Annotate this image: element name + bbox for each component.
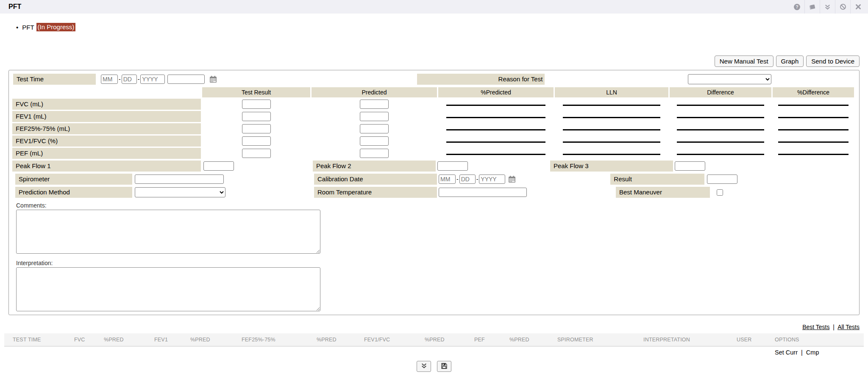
- th-fev1fvc-pct-pred: %PRED: [425, 337, 474, 343]
- calibration-month-input[interactable]: [439, 175, 456, 184]
- th-fvc: FVC: [74, 337, 104, 343]
- peak-flow-1-input[interactable]: [203, 161, 234, 171]
- fvc-predicted-input[interactable]: [360, 100, 389, 109]
- tests-table-header: TEST TIME FVC %PRED FEV1 %PRED FEF25%-75…: [4, 333, 864, 346]
- row-label-fev1-fvc: FEV1/FVC (%): [12, 136, 201, 147]
- pft-form-panel: Test Time - - Reason for Test Test Resul…: [8, 70, 860, 315]
- test-time-month-input[interactable]: [101, 75, 118, 84]
- fef-test-result-cell: [202, 123, 310, 134]
- fev1-predicted-input[interactable]: [360, 112, 389, 121]
- calibration-date-label: Calibration Date: [314, 174, 437, 185]
- prediction-method-label: Prediction Method: [15, 187, 132, 198]
- th-spirometer: SPIROMETER: [557, 337, 643, 343]
- col-predicted: Predicted: [312, 87, 437, 97]
- pef-predicted-cell: [312, 148, 437, 159]
- fef-test-result-input[interactable]: [242, 124, 271, 133]
- room-temperature-label: Room Temperature: [314, 187, 437, 198]
- measurements-table: Test Result Predicted %Predicted LLN Dif…: [12, 87, 856, 159]
- all-tests-link[interactable]: All Tests: [837, 324, 860, 330]
- best-maneuver-checkbox[interactable]: [717, 189, 723, 196]
- interpretation-textarea[interactable]: [16, 267, 320, 311]
- room-temperature-input[interactable]: [439, 188, 527, 197]
- fev1fvc-difference-value: [670, 136, 771, 147]
- best-tests-link[interactable]: Best Tests: [802, 324, 829, 330]
- help-icon[interactable]: ?: [789, 0, 804, 14]
- calendar-icon[interactable]: [209, 75, 217, 83]
- cmp-link[interactable]: Cmp: [806, 349, 819, 356]
- th-fev1-fvc: FEV1/FVC: [364, 337, 425, 343]
- fef-difference-value: [670, 123, 771, 134]
- tests-table-row: Set Curr | Cmp: [4, 346, 864, 358]
- best-maneuver-label: Best Maneuver: [616, 187, 710, 198]
- pef-pct-difference-value: [773, 148, 854, 159]
- pef-predicted-input[interactable]: [360, 149, 389, 158]
- double-chevron-down-icon: [421, 363, 427, 370]
- fev1fvc-pct-difference-value: [773, 136, 854, 147]
- measurements-corner-cell: [12, 87, 201, 97]
- fef-predicted-cell: [312, 123, 437, 134]
- result-input[interactable]: [707, 175, 737, 184]
- spirometer-row: Spirometer Calibration Date - - Result: [12, 174, 856, 185]
- test-time-row: Test Time - - Reason for Test: [12, 74, 856, 85]
- fev1-test-result-cell: [202, 111, 310, 122]
- th-user: USER: [737, 337, 775, 343]
- fev1-pct-difference-value: [773, 111, 854, 122]
- link-separator: |: [801, 349, 803, 356]
- col-lln: LLN: [555, 87, 668, 97]
- documentation-icon[interactable]: [804, 0, 820, 14]
- test-time-label: Test Time: [13, 74, 96, 85]
- pef-lln-value: [555, 148, 668, 159]
- peak-flow-2-input[interactable]: [437, 161, 468, 171]
- graph-button[interactable]: Graph: [776, 55, 804, 67]
- peak-flow-3-input[interactable]: [675, 161, 705, 171]
- date-separator: -: [119, 76, 121, 83]
- prediction-method-select[interactable]: [135, 187, 225, 197]
- encounter-list-item[interactable]: PFT (In Progress): [16, 23, 868, 31]
- th-interpretation: INTERPRETATION: [643, 337, 737, 343]
- th-options: OPTIONS: [775, 337, 864, 343]
- calendar-icon[interactable]: [508, 175, 516, 183]
- expand-button[interactable]: [417, 361, 431, 372]
- fev1fvc-test-result-input[interactable]: [242, 136, 271, 146]
- close-icon[interactable]: [850, 0, 865, 14]
- pef-pct-predicted-value: [438, 148, 554, 159]
- date-separator: -: [138, 76, 140, 83]
- reason-for-test-select[interactable]: [688, 74, 771, 84]
- no-entry-icon[interactable]: [835, 0, 850, 14]
- interpretation-label: Interpretation:: [16, 260, 856, 266]
- test-time-day-input[interactable]: [122, 75, 137, 84]
- th-fef-pct-pred: %PRED: [317, 337, 364, 343]
- fvc-pct-difference-value: [773, 99, 854, 110]
- fvc-test-result-input[interactable]: [242, 100, 271, 109]
- pef-test-result-input[interactable]: [242, 149, 271, 158]
- th-fef25-75: FEF25%-75%: [242, 337, 317, 343]
- peak-flow-3-label: Peak Flow 3: [550, 161, 673, 172]
- new-manual-test-button[interactable]: New Manual Test: [715, 55, 773, 67]
- calibration-year-input[interactable]: [479, 175, 505, 184]
- page-title: PFT: [8, 3, 21, 11]
- send-to-device-button[interactable]: Send to Device: [806, 55, 860, 67]
- comments-textarea[interactable]: [16, 210, 320, 254]
- th-pef: PEF: [474, 337, 509, 343]
- tests-filter-links: Best Tests | All Tests: [0, 324, 860, 330]
- spirometer-input[interactable]: [135, 175, 224, 184]
- fev1-test-result-input[interactable]: [242, 112, 271, 121]
- fef-predicted-input[interactable]: [360, 124, 389, 133]
- save-button[interactable]: [437, 361, 451, 372]
- th-fvc-pct-pred: %PRED: [104, 337, 154, 343]
- th-pef-pct-pred: %PRED: [509, 337, 557, 343]
- test-time-time-input[interactable]: [167, 75, 205, 84]
- titlebar-icons: ?: [789, 0, 865, 14]
- set-curr-link[interactable]: Set Curr: [775, 349, 798, 356]
- fef-pct-predicted-value: [438, 123, 554, 134]
- fev1fvc-predicted-input[interactable]: [360, 136, 389, 146]
- calibration-day-input[interactable]: [459, 175, 476, 184]
- fev1-pct-predicted-value: [438, 111, 554, 122]
- col-pct-difference: %Difference: [773, 87, 854, 97]
- double-chevron-down-icon[interactable]: [820, 0, 835, 14]
- test-time-year-input[interactable]: [140, 75, 165, 84]
- encounter-name: PFT: [22, 24, 34, 31]
- fvc-test-result-cell: [202, 99, 310, 110]
- save-icon: [441, 363, 448, 371]
- fvc-difference-value: [670, 99, 771, 110]
